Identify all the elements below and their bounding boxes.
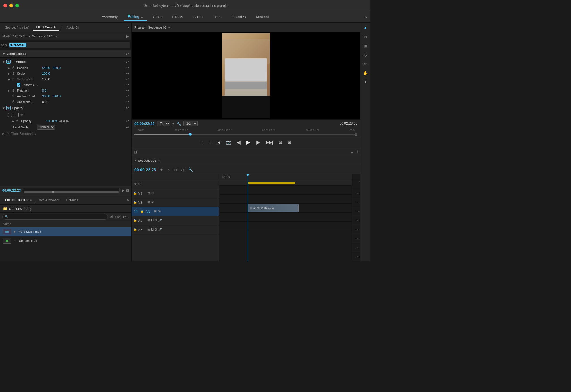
scale-width-reset-button[interactable]: ↩	[126, 77, 129, 81]
mark-in-button[interactable]: ⌗	[199, 139, 204, 145]
time-remapping-header[interactable]: ▶ fx Time Remapping	[0, 130, 131, 137]
work-area-bar[interactable]	[248, 182, 295, 184]
tab-audio-cli[interactable]: Audio Cli	[64, 25, 82, 30]
motion-group-header[interactable]: ▼ fx ⊡ Motion ↩	[0, 58, 131, 65]
a1-mic-icon[interactable]: 🎤	[158, 219, 162, 222]
a2-lock-icon[interactable]: 🔒	[133, 228, 137, 231]
razor-tool[interactable]: ◇	[363, 52, 368, 58]
step-back-button[interactable]: ◀|	[235, 139, 242, 145]
v1-eye-icon[interactable]: 👁	[158, 210, 161, 213]
master-dropdown[interactable]: Master * 497632... ▾	[2, 35, 30, 38]
a2-ripple-icon[interactable]: ⊞	[147, 228, 150, 231]
reset-all-button[interactable]: ↩	[126, 51, 129, 56]
a2-s-label[interactable]: S	[155, 228, 157, 231]
menu-item-libraries[interactable]: Libraries	[228, 13, 250, 21]
timeline-playhead[interactable]	[248, 174, 248, 261]
timeline-close-icon[interactable]: ×	[134, 159, 136, 163]
ellipse-mask-tool[interactable]	[8, 113, 12, 117]
ripple-edit-tool[interactable]: ⊞	[363, 43, 368, 49]
preview-settings-icon[interactable]: 🔧	[177, 122, 181, 126]
go-to-out-button[interactable]: ▶▶|	[265, 139, 274, 145]
a1-ripple-icon[interactable]: ⊞	[147, 219, 150, 222]
uniform-scale-reset-button[interactable]: ↩	[126, 83, 129, 87]
tab-effect-controls[interactable]: Effect Controls	[33, 24, 59, 31]
mini-timeline[interactable]	[23, 188, 120, 193]
scale-width-value[interactable]: 100.0	[42, 77, 50, 81]
anchor-reset-button[interactable]: ↩	[126, 94, 129, 98]
menu-item-effects[interactable]: Effects	[168, 13, 187, 21]
scale-reset-button[interactable]: ↩	[126, 72, 129, 76]
v1-ripple-icon[interactable]: ⊞	[154, 210, 157, 213]
v2-ripple-icon[interactable]: ⊞	[147, 201, 150, 204]
pen-tool[interactable]: ✏	[363, 61, 368, 67]
video-effects-collapse-btn[interactable]: ▼	[2, 52, 5, 55]
menu-item-assembly[interactable]: Assembly	[98, 13, 122, 21]
track-select-tool[interactable]: ⊡	[363, 34, 368, 40]
progress-bar-container[interactable]	[134, 132, 357, 137]
motion-reset-button[interactable]: ↩	[126, 59, 129, 64]
a2-mic-icon[interactable]: 🎤	[158, 228, 162, 231]
position-y-value[interactable]: 960.0	[53, 66, 61, 70]
rotation-expand[interactable]: ▶	[8, 89, 11, 92]
selection-tool[interactable]: ▲	[363, 25, 368, 31]
rect-mask-tool[interactable]	[14, 113, 19, 117]
sequence-dropdown[interactable]: Sequence 01 *... ▾	[32, 35, 57, 38]
timeline-mini-strip[interactable]: 497632384.	[9, 42, 130, 48]
fit-select[interactable]: Fit	[157, 121, 170, 126]
anchor-y-value[interactable]: 540.0	[53, 94, 61, 98]
a1-m-label[interactable]: M	[151, 219, 154, 222]
rotation-stopwatch-icon[interactable]: ⏱	[12, 89, 16, 92]
blend-mode-reset-button[interactable]: ↩	[126, 125, 129, 129]
playthrough-button[interactable]: ▶	[126, 34, 129, 38]
pen-mask-tool[interactable]: ✏	[20, 113, 23, 117]
video-clip[interactable]: ▤ 497632384.mp4	[248, 204, 299, 212]
antiflicker-value[interactable]: 0.00	[42, 100, 48, 104]
antiflicker-stopwatch-icon[interactable]: ⏱	[12, 100, 16, 104]
camera-button[interactable]: 📷	[225, 139, 232, 145]
type-tool[interactable]: T	[364, 79, 367, 85]
quality-select[interactable]: 1/2	[183, 121, 198, 126]
timeline-menu-icon[interactable]: ≡	[158, 159, 160, 163]
anchor-stopwatch-icon[interactable]: ⏱	[12, 94, 16, 98]
opacity-prop-reset-button[interactable]: ↩	[126, 119, 129, 123]
caption-toggle-button[interactable]: ⊟	[133, 149, 138, 155]
scale-width-expand[interactable]: ▶	[8, 78, 11, 81]
position-stopwatch-icon[interactable]: ⏱	[12, 66, 16, 70]
opacity-stopwatch-icon[interactable]: ⏱	[16, 119, 20, 123]
rotation-reset-button[interactable]: ↩	[126, 89, 129, 92]
menu-item-audio[interactable]: Audio	[189, 13, 207, 21]
menu-item-minimal[interactable]: Minimal	[252, 13, 273, 21]
v2-lock-icon[interactable]: 🔒	[133, 201, 137, 204]
timeline-tracks-right[interactable]: :00:00	[219, 174, 352, 261]
mini-export-btn[interactable]: ⊡	[126, 189, 129, 193]
v3-eye-icon[interactable]: 👁	[151, 191, 154, 195]
maximize-button[interactable]	[15, 4, 19, 7]
position-x-value[interactable]: 540.0	[42, 66, 50, 70]
marker-tool[interactable]: ◇	[180, 167, 185, 173]
snap-tool[interactable]: ⌢	[166, 167, 171, 173]
position-reset-button[interactable]: ↩	[126, 66, 129, 70]
v2-eye-icon[interactable]: 👁	[151, 201, 154, 204]
tab-project[interactable]: Project: captions ≡	[2, 197, 35, 203]
keyframe-left-arrow[interactable]: ◀	[59, 119, 62, 123]
menu-more-icon[interactable]: »	[365, 15, 367, 19]
anchor-x-value[interactable]: 960.0	[42, 94, 50, 98]
project-view-icon[interactable]: 🖼	[110, 215, 113, 219]
add-button[interactable]: +	[357, 149, 359, 154]
project-panel-chevron[interactable]: »	[127, 198, 129, 202]
rotation-value[interactable]: 0.0	[42, 89, 46, 92]
mini-play-btn[interactable]: ▶	[122, 189, 124, 193]
scale-value[interactable]: 100.0	[42, 72, 50, 75]
tab-libraries[interactable]: Libraries	[63, 197, 81, 203]
step-forward-button[interactable]: |▶	[255, 139, 261, 145]
progress-end-handle[interactable]	[355, 133, 357, 136]
position-expand[interactable]: ▶	[8, 66, 11, 70]
project-item-sequence[interactable]: ⊞ Sequence 01	[0, 236, 131, 245]
close-button[interactable]	[3, 4, 7, 7]
preview-more-button[interactable]: »	[351, 150, 353, 154]
a1-s-label[interactable]: S	[155, 219, 157, 222]
panel-chevron-icon[interactable]: »	[127, 25, 129, 29]
preview-menu-icon[interactable]: ≡	[168, 25, 170, 29]
search-input[interactable]	[10, 215, 105, 219]
play-button[interactable]: ▶	[245, 139, 252, 146]
